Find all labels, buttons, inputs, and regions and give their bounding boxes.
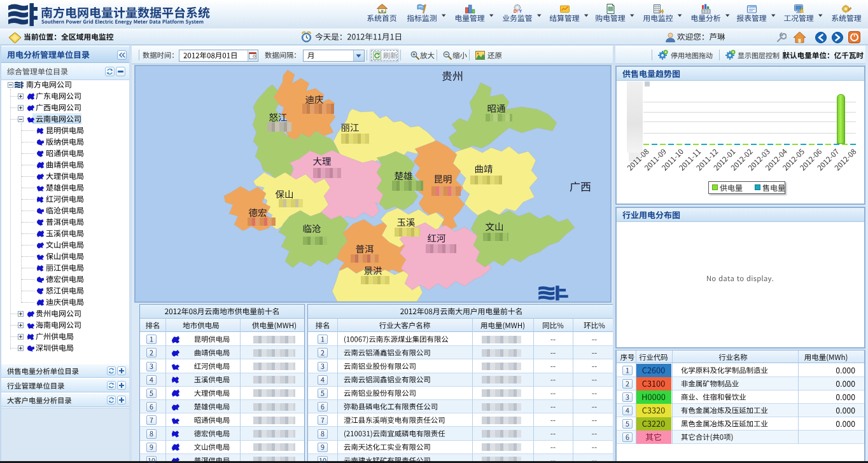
svg-text:D: D [514,9,517,13]
svg-text:I: I [517,9,519,13]
svg-text:Y: Y [519,9,522,13]
